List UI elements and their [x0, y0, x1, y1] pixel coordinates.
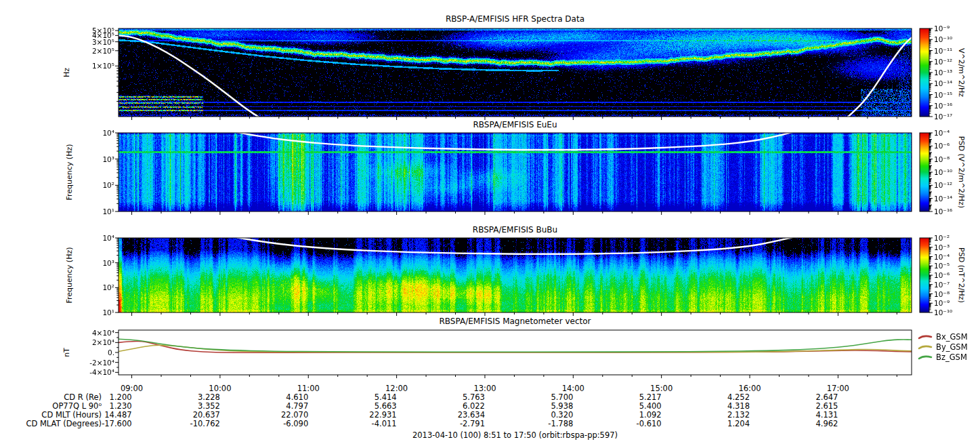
ephemeris-value: -4.011 — [329, 420, 397, 428]
mag-ytick-label: 4×10⁴ — [67, 329, 114, 337]
legend-item-by_gsm: By_GSM — [918, 342, 968, 352]
legend-label: By_GSM — [936, 342, 968, 352]
legend-label: Bz_GSM — [936, 352, 967, 362]
mag-ytick-label: 2×10⁴ — [67, 338, 114, 346]
colorbar-ticks — [919, 127, 939, 217]
ephemeris-value: -1.788 — [505, 420, 573, 428]
hfr-axis-frame — [113, 23, 917, 122]
hfr-ytick-label: 3×10⁵ — [67, 38, 114, 46]
ephemeris-value: 1.204 — [682, 420, 750, 428]
mag-ytick-label: -4×10⁴ — [67, 368, 114, 376]
bubu-ytick-label: 10² — [67, 283, 114, 291]
legend-line-swatch — [918, 354, 933, 361]
bubu-ytick-label: 10³ — [67, 259, 114, 267]
ephemeris-value: -10.762 — [152, 420, 220, 428]
mag-ytick-label: -2×10⁴ — [67, 359, 114, 367]
ephemeris-value: -2.791 — [417, 420, 485, 428]
eueu-ylabel: Frequency (Hz) — [64, 133, 75, 211]
ephemeris-value: -17.600 — [64, 420, 132, 428]
colorbar-ticks — [919, 23, 939, 122]
eueu-axis-frame — [113, 127, 917, 217]
ephemeris-value: -0.610 — [594, 420, 662, 428]
eueu-ytick-label: 10² — [67, 181, 114, 189]
mag-ytick-label: 0. — [67, 348, 114, 357]
hfr-ytick-label: 2×10⁵ — [67, 47, 114, 55]
ephemeris-value: -6.090 — [240, 420, 308, 428]
legend-item-bx_gsm: Bx_GSM — [918, 332, 968, 342]
eueu-ytick-label: 10³ — [67, 155, 114, 163]
mag-axis-frame — [113, 325, 917, 380]
eueu-ytick-label: 10⁴ — [67, 129, 114, 137]
eueu-ytick-label: 10¹ — [67, 207, 114, 216]
bubu-axis-frame — [113, 232, 917, 318]
legend-line-swatch — [918, 333, 933, 340]
bubu-ytick-label: 10¹ — [67, 308, 114, 317]
ephemeris-value: 4.962 — [770, 420, 838, 428]
legend-item-bz_gsm: Bz_GSM — [918, 352, 967, 362]
time-range-footer: 2013-04-10 (100) 8:51 to 17:50 (orbit:rb… — [119, 430, 912, 440]
colorbar-ticks — [919, 232, 939, 318]
hfr-ytick-label: 1×10⁵ — [67, 62, 114, 70]
legend-line-swatch — [918, 344, 933, 350]
legend-label: Bx_GSM — [936, 332, 968, 342]
emfisis-summary-plot: RBSP-A/EMFISIS HFR Spectra Data RBSPA/EM… — [0, 0, 980, 446]
bubu-ylabel: Frequency (Hz) — [64, 238, 75, 312]
bubu-ytick-label: 10⁴ — [67, 234, 114, 242]
